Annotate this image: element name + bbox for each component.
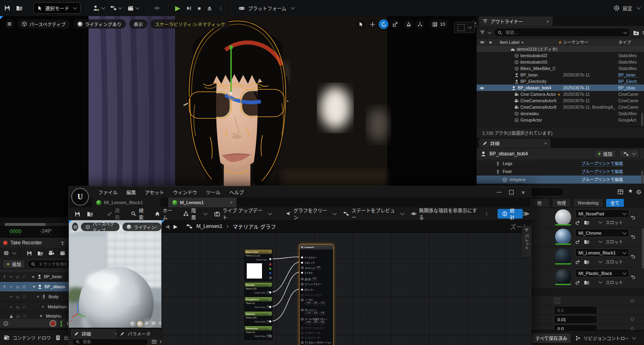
outliner-scrollbar[interactable] — [641, 113, 643, 126]
search-button[interactable]: 検索 — [127, 207, 151, 220]
minimize-button[interactable]: — — [493, 188, 505, 196]
preview-lit-dropdown[interactable]: ライティングあり — [122, 223, 161, 231]
clapper-button[interactable] — [60, 250, 66, 256]
content-drawer-button[interactable]: コンテンツ ドロワー — [12, 335, 51, 341]
reset-to-default-button[interactable] — [630, 274, 636, 279]
content-browser-button[interactable] — [14, 2, 25, 14]
world-coordinate-button[interactable] — [404, 19, 413, 29]
browse-to-asset-button[interactable] — [584, 220, 589, 225]
close-tab-icon[interactable]: × — [230, 200, 233, 205]
use-selected-asset-button[interactable] — [575, 220, 580, 225]
apply-button[interactable]: 適用 — [103, 207, 127, 220]
edit-in-blueprint-link[interactable]: ブループリントで編集 — [581, 168, 623, 175]
tab-other[interactable]: 他 — [529, 198, 550, 207]
material-thumbnail[interactable] — [555, 209, 571, 225]
add-actor-dropdown[interactable] — [91, 2, 107, 14]
add-source-button[interactable]: + 追加 — [2, 259, 25, 269]
pinned-column-icon[interactable]: ★ — [489, 40, 492, 45]
expand-arrow[interactable]: ▶ — [33, 275, 35, 279]
preview-cylinder-button[interactable] — [130, 321, 136, 327]
browse-to-asset-button[interactable] — [584, 259, 589, 264]
tab-mi-lenses-black1[interactable]: MI_Lenses_Black1 — [92, 198, 161, 207]
material-select-dropdown[interactable]: MI_NosePad — [575, 209, 629, 218]
home-button[interactable]: ホーム — [151, 207, 180, 220]
param-node-metallic[interactable]: Metallic Param (0.5) Default Value0.5 — [244, 282, 272, 296]
output-pin-r[interactable] — [269, 263, 271, 265]
palette-sidebar-tab[interactable]: パレット — [522, 226, 531, 257]
edit-in-blueprint-link[interactable]: ブループリントで編集 — [581, 160, 623, 167]
track-search-input[interactable] — [38, 261, 67, 267]
eject-button[interactable] — [204, 2, 215, 14]
play-button[interactable]: ▶ — [173, 2, 183, 14]
tab-details[interactable]: 詳細 × — [479, 138, 551, 148]
save-preset-button[interactable] — [27, 250, 32, 256]
column-bolt-icon[interactable] — [558, 39, 562, 45]
component-row-selected[interactable]: megane ブループリントで編集 — [477, 176, 644, 184]
outliner-search[interactable] — [494, 28, 630, 37]
preview-lighting-icon[interactable] — [151, 2, 163, 14]
hide-unrelated-options-kebab[interactable]: ⋮ — [484, 211, 489, 217]
table-row[interactable]: bentoubako02 StaticMes — [477, 52, 644, 59]
table-row[interactable]: bentoubako03 StaticMes — [477, 59, 644, 65]
tab-m-lenses1-active[interactable]: M_Lenses1 × — [168, 198, 237, 207]
camera-speed-dropdown[interactable] — [454, 22, 475, 33]
stop-button[interactable]: ■ — [195, 2, 203, 14]
select-tool-button[interactable] — [356, 19, 366, 29]
stats-button[interactable]: 統計 — [497, 209, 523, 219]
hierarchy-dropdown[interactable]: 階層 — [180, 207, 211, 220]
param-node-roughness[interactable]: Roughness Param (0) Default Value0.0 — [244, 297, 272, 311]
tab-physics[interactable]: 物理 — [552, 198, 571, 207]
hide-unrelated-button[interactable]: 無関係な項目を非表示にする — [407, 207, 482, 220]
visibility-column-icon[interactable] — [480, 39, 485, 45]
all-saved-button[interactable]: すべて保存済み — [531, 333, 571, 343]
menu-file[interactable]: ファイル — [94, 189, 122, 196]
use-selected-asset-button[interactable] — [575, 259, 580, 264]
property-checkbox[interactable] — [554, 297, 560, 304]
edit-in-blueprint-link[interactable]: ブループリントで編集 — [581, 176, 623, 183]
components-scrollbar[interactable] — [641, 171, 643, 184]
slots-scrollbar[interactable] — [642, 228, 644, 269]
view-mode-dropdown[interactable]: ライティングあり — [73, 19, 126, 29]
live-update-dropdown[interactable]: ライブ アップデート — [211, 207, 275, 220]
tab-outliner[interactable]: アウトライナー × — [479, 17, 553, 26]
mat-details-search[interactable] — [72, 339, 149, 345]
save-level-button[interactable] — [2, 2, 13, 14]
table-row[interactable]: doorwaku StaticMes — [477, 110, 644, 117]
blueprint-edit-dropdown[interactable] — [619, 149, 640, 158]
table-row[interactable]: CineCameraActor8 20250307k-11, Breathing… — [477, 104, 644, 110]
perspective-dropdown[interactable]: パースペクティブ — [17, 19, 70, 29]
output-pin-b[interactable] — [269, 272, 271, 274]
material-graph-canvas[interactable]: ◀ ▶ M_Lenses1 › マテリアル グラフ ズーム -4 パレット Ba… — [161, 220, 531, 345]
platforms-dropdown[interactable]: プラットフォーム — [236, 2, 297, 14]
component-row[interactable]: Legs ブループリントで編集 — [477, 159, 644, 168]
param-node-opacity[interactable]: Opacity Param (0.8) Default Value0.8 — [244, 311, 272, 325]
cinematics-dropdown[interactable] — [125, 2, 141, 14]
outliner-row-selected[interactable]: BP_obasan_bob4 20250307k-11 BP_obas — [477, 85, 644, 91]
select-mode-dropdown[interactable]: 選択モード — [33, 2, 80, 14]
info-icon[interactable] — [3, 321, 8, 326]
component-row[interactable]: Feet ブループリントで編集 — [477, 167, 644, 176]
show-dropdown[interactable]: 表示 — [129, 19, 147, 29]
favorites-button[interactable]: ★ — [628, 188, 633, 194]
tab-all[interactable]: 全て — [606, 198, 624, 207]
preview-mesh-button[interactable] — [158, 321, 161, 327]
toolbar-overflow[interactable]: ≫ — [523, 210, 529, 217]
tab-mat-details[interactable]: 詳細 × — [70, 329, 121, 339]
menu-tools[interactable]: ツール — [202, 189, 225, 196]
material-preview-viewport[interactable]: Z x パースペクティブ ライティングあり — [69, 220, 161, 328]
breadcrumb-root[interactable]: M_Lenses1 — [196, 223, 223, 229]
outliner-filter-button[interactable] — [480, 30, 491, 35]
outliner-settings-button[interactable] — [642, 29, 644, 36]
scale-tool-button[interactable] — [390, 19, 400, 29]
output-pin[interactable] — [269, 306, 271, 308]
tab-mat-parameters[interactable]: パラメータ — [116, 329, 164, 339]
display-filter-button[interactable] — [617, 188, 623, 195]
material-select-dropdown[interactable]: MI_Chrome — [575, 229, 629, 237]
param-node-refraction[interactable]: Refraction Param (0) Default Value0.0 — [244, 326, 272, 340]
outliner-search-input[interactable] — [505, 30, 619, 35]
type-link[interactable]: BP_bean — [618, 72, 641, 78]
advanced-options-dropdown[interactable] — [593, 260, 602, 264]
output-pin-g[interactable] — [269, 268, 271, 270]
preview-state-dropdown[interactable]: ステートをプレビュー — [340, 207, 407, 220]
search-options-chevron[interactable] — [623, 30, 627, 34]
